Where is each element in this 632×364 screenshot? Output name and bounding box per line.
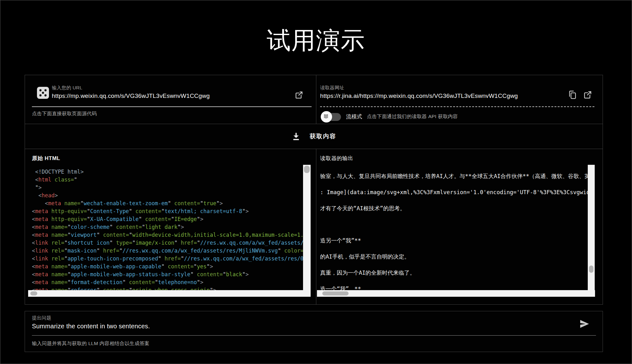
code-line: <head> bbox=[32, 192, 303, 200]
output-line: 才有了今天的“AI根技术”的思考。 bbox=[320, 200, 588, 216]
reader-output-horizontal-scrollbar[interactable] bbox=[317, 290, 595, 297]
fetch-content-button[interactable]: 获取内容 bbox=[25, 124, 603, 149]
reader-output-text[interactable]: 验室，与人大、复旦共同布局前瞻性技术，培养AI人才。与**全球五大AI合作伙伴*… bbox=[320, 168, 588, 295]
code-line: <link rel="shortcut icon" type="image/x-… bbox=[32, 239, 303, 247]
open-reader-url-icon[interactable] bbox=[583, 90, 592, 99]
raw-html-horizontal-scrollbar[interactable] bbox=[28, 290, 311, 297]
code-line: <meta name="viewport" content="width=dev… bbox=[32, 231, 303, 239]
source-url-label: 输入您的 URL bbox=[52, 85, 82, 91]
raw-html-panel: 原始 HTML <!DOCTYPE html> <html class=" ">… bbox=[25, 149, 316, 305]
question-card: 提出问题 Summarize the content in two senten… bbox=[25, 311, 603, 352]
copy-icon[interactable] bbox=[568, 90, 577, 100]
source-url-underline bbox=[32, 106, 312, 107]
code-line: <link rel="apple-touch-icon-precomposed"… bbox=[32, 255, 303, 263]
reader-output-panel: 读取器的输出 验室，与人大、复旦共同布局前瞻性技术，培养AI人才。与**全球五大… bbox=[316, 149, 603, 305]
question-label: 提出问题 bbox=[32, 315, 51, 321]
fetch-content-label: 获取内容 bbox=[310, 132, 336, 140]
code-line: <meta http-equiv="X-UA-Compatible" conte… bbox=[32, 215, 303, 223]
question-underline bbox=[32, 335, 596, 336]
reader-url-label: 读取器网址 bbox=[320, 85, 344, 91]
code-line: <meta name="color-scheme" content="light… bbox=[32, 223, 303, 231]
reader-output-title: 读取器的输出 bbox=[320, 155, 353, 162]
dice-icon[interactable] bbox=[37, 87, 49, 99]
code-line: "> bbox=[32, 184, 303, 192]
code-line: <meta name="apple-mobile-web-app-capable… bbox=[32, 263, 303, 271]
reader-url-underline bbox=[320, 106, 594, 107]
main-panel: 输入您的 URL https://mp.weixin.qq.com/s/VG36… bbox=[25, 75, 603, 305]
html-code[interactable]: <!DOCTYPE html> <html class=" "> <head> … bbox=[32, 168, 303, 295]
output-line bbox=[320, 216, 588, 232]
code-line: <meta http-equiv="Content-Type" content=… bbox=[32, 207, 303, 215]
stream-mode-toggle[interactable] bbox=[321, 111, 343, 123]
reader-output-vertical-scrollbar[interactable] bbox=[588, 165, 595, 297]
reader-url-value: https://r.jina.ai/https://mp.weixin.qq.c… bbox=[320, 92, 518, 99]
scrollbar-thumb[interactable] bbox=[304, 166, 310, 173]
code-line: <!DOCTYPE html> bbox=[32, 168, 303, 176]
open-url-icon[interactable] bbox=[295, 91, 303, 99]
reader-helper: 点击下面通过我们的读取器 API 获取内容 bbox=[367, 113, 458, 120]
output-line: 的AI手机，似乎是不言自明的决定。 bbox=[320, 248, 588, 265]
code-line: <html class=" bbox=[32, 176, 303, 184]
source-url-helper: 点击下面直接获取页面源代码 bbox=[32, 110, 97, 117]
scrollbar-thumb[interactable] bbox=[322, 291, 349, 295]
question-input[interactable]: Summarize the content in two sentences. bbox=[32, 323, 150, 330]
toggle-thumb bbox=[321, 111, 332, 122]
output-line: 真重，因为一个AI的全新时代来临了。 bbox=[320, 265, 588, 281]
output-line: 造另一个“我”** bbox=[320, 232, 588, 248]
scrollbar-thumb[interactable] bbox=[589, 266, 593, 273]
raw-html-title: 原始 HTML bbox=[32, 155, 60, 162]
send-icon[interactable] bbox=[579, 318, 590, 330]
code-line: <meta name="wechat-enable-text-zoom-em" … bbox=[32, 200, 303, 207]
input-row: 输入您的 URL https://mp.weixin.qq.com/s/VG36… bbox=[25, 75, 603, 124]
code-line: <meta name="apple-mobile-web-app-status-… bbox=[32, 271, 303, 278]
source-url-input[interactable]: https://mp.weixin.qq.com/s/VG36wJTL3vEsw… bbox=[52, 92, 210, 99]
question-helper: 输入问题并将其与获取的 LLM 内容相结合以生成答案 bbox=[32, 340, 149, 347]
output-line: : Image](data:image/svg+xml,%3C%3Fxmlver… bbox=[320, 184, 588, 200]
reader-url-card: 读取器网址 https://r.jina.ai/https://mp.weixi… bbox=[316, 75, 603, 124]
source-url-card: 输入您的 URL https://mp.weixin.qq.com/s/VG36… bbox=[25, 75, 316, 124]
panels-row: 原始 HTML <!DOCTYPE html> <html class=" ">… bbox=[25, 149, 603, 305]
code-line: <meta name="format-detection" content="t… bbox=[32, 278, 303, 286]
stream-mode-label: 流模式 bbox=[346, 113, 362, 120]
output-line: 验室，与人大、复旦共同布局前瞻性技术，培养AI人才。与**全球五大AI合作伙伴*… bbox=[320, 168, 588, 184]
scrollbar-thumb[interactable] bbox=[30, 291, 37, 295]
download-icon bbox=[291, 132, 301, 141]
raw-html-vertical-scrollbar[interactable] bbox=[303, 165, 311, 297]
code-line: <link rel="mask-icon" href="//res.wx.qq.… bbox=[32, 247, 303, 255]
page-title: 试用演示 bbox=[0, 23, 632, 58]
